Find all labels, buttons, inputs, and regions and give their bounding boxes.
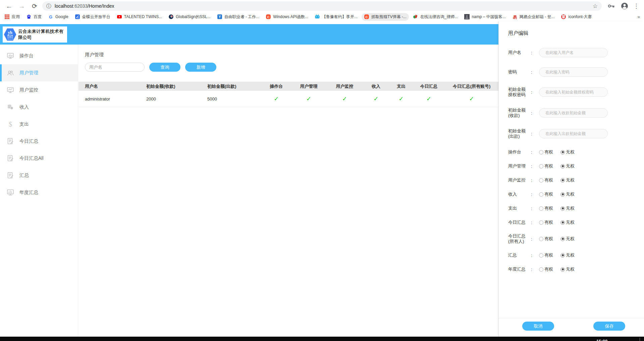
radio-option-label: 无权 bbox=[566, 163, 575, 169]
radio-option[interactable]: 有权 bbox=[539, 219, 553, 225]
bookmark-item-7[interactable]: CWindows API函数... bbox=[263, 13, 311, 21]
radio-options: 有权无权 bbox=[539, 191, 575, 197]
bookmark-item-9[interactable]: C抓取熊猫TV弹幕 -... bbox=[362, 13, 409, 21]
query-button[interactable]: 查询 bbox=[149, 63, 180, 72]
bookmark-item-5[interactable]: GlobalSign的SSL... bbox=[166, 13, 213, 21]
save-button[interactable]: 保存 bbox=[593, 322, 625, 331]
law-icon bbox=[413, 14, 418, 19]
table-cell-permission: ✓ bbox=[363, 95, 389, 103]
bookmark-star-icon[interactable]: ☆ bbox=[593, 3, 598, 10]
colon-separator: : bbox=[531, 111, 534, 116]
sidebar-item-label: 今日汇总 bbox=[19, 138, 38, 144]
baidu-paw-icon bbox=[26, 14, 32, 19]
bookmark-item-11[interactable]: namp – 中国骇客... bbox=[462, 13, 508, 21]
annual-chart-icon bbox=[6, 189, 14, 197]
radio-option[interactable]: 无权 bbox=[560, 191, 575, 197]
radio-option[interactable]: 无权 bbox=[560, 149, 575, 155]
sidebar-item-2-monitor-chart[interactable]: 用户监控 bbox=[0, 81, 78, 98]
bookmark-item-1[interactable]: 百度 bbox=[24, 13, 44, 21]
radio-icon bbox=[560, 267, 565, 272]
radio-option[interactable]: 无权 bbox=[560, 177, 575, 183]
colon-separator: : bbox=[531, 178, 534, 183]
colon-separator: : bbox=[531, 164, 534, 169]
bookmark-item-3[interactable]: 金蝶云开放平台 bbox=[72, 13, 113, 21]
bookmark-item-8[interactable]: 【鲁豫有约】李开... bbox=[312, 13, 360, 21]
add-button[interactable]: 新增 bbox=[185, 63, 216, 72]
bookmark-item-4[interactable]: TALENTED TWINS... bbox=[114, 13, 165, 20]
panel-field-input-3[interactable] bbox=[539, 108, 608, 118]
panel-body: 用户名:密码:初始金额授权密码:初始金额(收款):初始金额(出款):操作台:有权… bbox=[508, 48, 644, 272]
panel-title: 用户编辑 bbox=[508, 30, 644, 37]
forward-icon[interactable]: → bbox=[18, 3, 25, 9]
radio-icon bbox=[539, 220, 543, 225]
svg-text:C: C bbox=[366, 15, 368, 19]
url-path: /Home/Index bbox=[88, 3, 114, 9]
reload-icon[interactable]: ⟳ bbox=[31, 3, 38, 9]
bookmark-item-2[interactable]: GGoogle bbox=[46, 13, 71, 20]
panel-field-input-4[interactable] bbox=[539, 129, 608, 138]
radio-option[interactable]: 有权 bbox=[539, 163, 553, 169]
panel-field-row: 用户名: bbox=[508, 48, 644, 57]
search-input[interactable] bbox=[85, 63, 145, 72]
back-icon[interactable]: ← bbox=[5, 3, 13, 9]
bookmark-item-13[interactable]: iconfont-大赛 bbox=[558, 13, 594, 21]
radio-icon bbox=[560, 150, 565, 154]
bookmarks-overflow-icon[interactable]: » bbox=[635, 12, 644, 21]
table-body: administrator20005000✓✓✓✓✓✓✓ bbox=[78, 91, 498, 107]
table-cell-permission: ✓ bbox=[327, 95, 363, 103]
bookmark-item-12[interactable]: 易网易企业邮箱 - 登... bbox=[510, 13, 557, 21]
radio-option[interactable]: 有权 bbox=[539, 205, 553, 211]
panel-radio-label: 年度汇总 bbox=[508, 267, 529, 272]
info-icon[interactable]: ⓘ bbox=[46, 3, 51, 9]
screen: ← → ⟳ ⓘ localhost:62033/Home/Index ☆ ⋮ 应… bbox=[0, 0, 644, 341]
radio-option[interactable]: 有权 bbox=[539, 236, 553, 242]
sidebar-item-0-console[interactable]: 操作台 bbox=[0, 47, 78, 64]
sidebar-item-4-dollar[interactable]: $支出 bbox=[0, 116, 78, 133]
sidebar-item-8-annual-chart[interactable]: 年度汇总 bbox=[0, 184, 78, 201]
browser-menu-icon[interactable]: ⋮ bbox=[633, 2, 639, 10]
bookmark-item-0[interactable]: 应用 bbox=[2, 13, 22, 21]
panel-field-input-0[interactable] bbox=[539, 48, 608, 57]
radio-option[interactable]: 有权 bbox=[539, 252, 553, 258]
radio-option-label: 无权 bbox=[566, 177, 575, 183]
sidebar-item-3-coins[interactable]: 收入 bbox=[0, 98, 78, 116]
radio-option[interactable]: 无权 bbox=[560, 266, 575, 272]
table-cell: 5000 bbox=[201, 96, 262, 101]
cancel-button[interactable]: 取消 bbox=[522, 322, 554, 331]
bookmark-item-6[interactable]: Y自由职业者 - 工作... bbox=[215, 13, 262, 21]
radio-option[interactable]: 无权 bbox=[560, 252, 575, 258]
radio-option[interactable]: 无权 bbox=[560, 163, 575, 169]
url-bar[interactable]: ⓘ localhost:62033/Home/Index ☆ bbox=[42, 1, 602, 11]
sidebar-item-5-report[interactable]: 今日汇总 bbox=[0, 133, 78, 150]
radio-option[interactable]: 有权 bbox=[539, 266, 553, 272]
radio-option-label: 无权 bbox=[566, 191, 575, 197]
radio-option[interactable]: 有权 bbox=[539, 177, 553, 183]
photo-avatar-icon bbox=[464, 14, 470, 19]
profile-avatar-icon[interactable] bbox=[621, 2, 629, 10]
dollar-icon: $ bbox=[6, 120, 14, 128]
panel-radio-label: 收入 bbox=[508, 192, 529, 197]
radio-option-label: 有权 bbox=[544, 191, 553, 197]
panel-radio-row-3: 收入:有权无权 bbox=[508, 191, 644, 197]
sidebar-item-label: 操作台 bbox=[19, 53, 34, 59]
users-icon bbox=[6, 69, 14, 77]
radio-option[interactable]: 有权 bbox=[539, 149, 553, 155]
bookmark-label: namp – 中国骇客... bbox=[472, 14, 505, 20]
radio-option[interactable]: 无权 bbox=[560, 219, 575, 225]
panel-field-input-1[interactable] bbox=[539, 67, 608, 77]
bookmark-item-10[interactable]: 在线法律咨询_律师... bbox=[411, 13, 461, 21]
sidebar-item-6-report[interactable]: 今日汇总All bbox=[0, 150, 78, 167]
sidebar-item-7-report[interactable]: 汇总 bbox=[0, 167, 78, 184]
sidebar-item-1-users[interactable]: 用户管理 bbox=[0, 64, 78, 81]
radio-option[interactable]: 无权 bbox=[560, 236, 575, 242]
radio-option[interactable]: 无权 bbox=[560, 205, 575, 211]
table-cell-permission: ✓ bbox=[445, 95, 498, 103]
panel-field-input-2[interactable] bbox=[539, 87, 608, 97]
panel-radio-row-6: 今日汇总(所有人):有权无权 bbox=[508, 233, 644, 244]
key-icon[interactable] bbox=[607, 2, 615, 10]
table-cell-permission: ✓ bbox=[291, 95, 327, 103]
company-name: 云合未来计算机技术有限公司 bbox=[18, 28, 67, 41]
report-icon bbox=[6, 172, 14, 180]
sidebar-item-label: 支出 bbox=[19, 121, 29, 127]
radio-option[interactable]: 有权 bbox=[539, 191, 553, 197]
